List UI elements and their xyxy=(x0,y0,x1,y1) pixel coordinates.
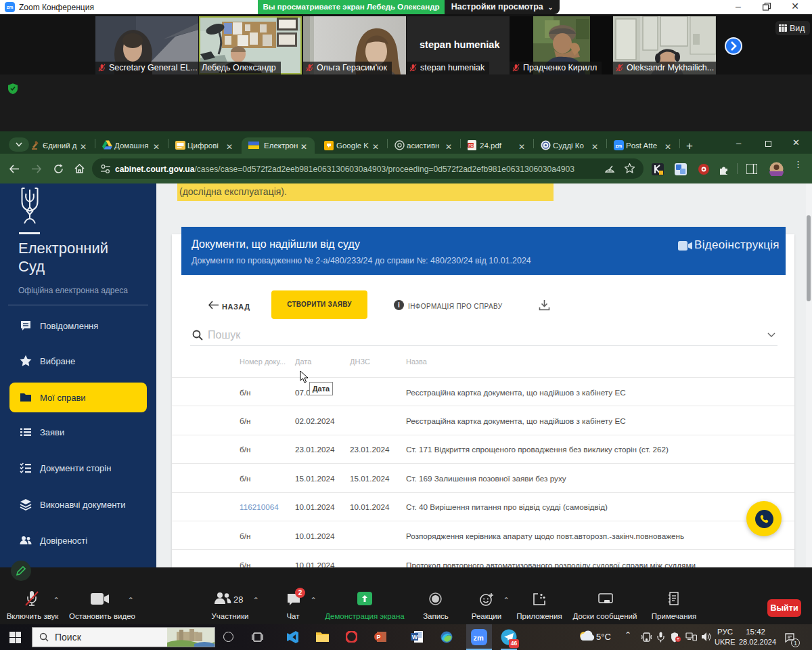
svg-text:W: W xyxy=(412,634,418,641)
svg-text:zm: zm xyxy=(615,144,622,148)
svg-text:PDF: PDF xyxy=(468,144,476,148)
svg-text:P: P xyxy=(376,634,380,641)
svg-text:zm: zm xyxy=(474,634,484,642)
